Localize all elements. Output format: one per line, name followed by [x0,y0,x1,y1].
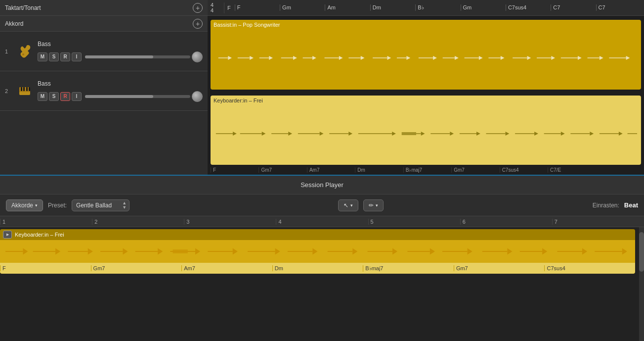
svg-marker-97 [392,248,397,255]
chord-label-8: C7 [596,4,641,11]
svg-marker-89 [233,248,238,255]
track-1-number: 1 [5,49,12,54]
svg-rect-5 [26,87,28,91]
bottom-chord-4: B♭maj7 [403,167,451,173]
beat-label: Beat [624,201,638,209]
track-1-wave-svg [214,51,638,65]
chord-label-2: Am [325,4,370,11]
akkorde-dropdown[interactable]: Akkorde ▾ [6,199,43,211]
track-2-input-button[interactable]: I [72,92,82,101]
track-2-waveform [211,96,641,165]
svg-marker-36 [551,56,555,60]
preset-wrapper: Gentle Ballad Pop Songwriter ▲ ▼ [72,199,129,211]
key-label: F [227,5,231,11]
track-2-title: Keyboarder:in – Frei [214,97,263,103]
akkorde-label: Akkorde [11,202,33,209]
session-player-header: Session Player [0,176,644,195]
track-2-mute-button[interactable]: M [38,92,47,101]
svg-point-0 [22,53,24,55]
bottom-chord-5: Gm7 [451,167,499,173]
session-player-label: Session Player [301,181,343,189]
svg-marker-105 [542,248,547,255]
track-1-solo-button[interactable]: S [49,52,59,61]
track-1-controls: Bass M S R I [38,41,203,62]
chord-label-5: Gm [461,4,506,11]
akkord-add-button[interactable]: + [193,19,203,29]
session-track-title: Keyboarder:in – Frei [15,232,64,238]
track-1-name: Bass [38,41,203,48]
chord-label-4: B♭ [415,4,460,11]
track-1-input-button[interactable]: I [72,52,82,61]
svg-marker-93 [312,248,317,255]
svg-marker-107 [582,248,587,255]
cursor-icon: ↖ [343,202,348,209]
track-2-solo-button[interactable]: S [49,92,59,101]
track-2-wave-svg [214,127,638,141]
scrollbar-thumb[interactable] [639,232,644,272]
tracks-area: Bassist:in – Pop Songwriter [208,16,644,175]
session-track-block[interactable]: ▶ Keyboarder:in – Frei [0,229,635,274]
right-panel: 4 4 F F Gm Am Dm B♭ Gm C7sus4 C7 C7 Bass… [208,0,644,175]
measure-2: 2 [92,219,184,225]
svg-marker-34 [527,56,531,60]
bottom-chord-0: F [211,167,258,173]
akkorde-chevron-icon: ▾ [35,203,38,208]
session-chord-2: Am7 [181,265,272,271]
chord-label-1: Gm [280,4,325,11]
cursor-tool-button[interactable]: ↖ ▾ [338,199,358,211]
session-track-container: ▶ Keyboarder:in – Frei [0,227,644,341]
track-block-1[interactable]: Bassist:in – Pop Songwriter [211,20,641,90]
measure-6: 6 [460,219,552,225]
pencil-tool-button[interactable]: ✏ ▾ [363,199,384,211]
svg-marker-22 [387,56,391,60]
measure-3: 3 [184,219,276,225]
track-2-buttons: M S R I [38,91,203,102]
svg-marker-52 [348,132,352,136]
session-chord-3: Dm [272,265,363,271]
svg-marker-99 [430,248,435,255]
svg-marker-83 [158,248,163,255]
track-1-volume-knob[interactable] [192,51,203,62]
taktart-label: Taktart/Tonart [5,4,41,11]
track-2-record-button[interactable]: R [60,92,70,101]
svg-marker-32 [501,56,505,60]
cursor-chevron-icon: ▾ [350,203,353,208]
bottom-chord-1: Gm7 [258,167,306,173]
track-row-2: 2 Bass M S R I [0,71,208,111]
measure-1: 1 [0,219,92,225]
measure-5: 5 [368,219,460,225]
session-track-label-bar: ▶ Keyboarder:in – Frei [0,229,635,240]
svg-marker-103 [507,248,512,255]
chord-label-6: C7sus4 [506,4,551,11]
left-panel-empty [0,111,208,175]
track-1-mute-button[interactable]: M [38,52,47,61]
track-2-name: Bass [38,80,203,87]
preset-select[interactable]: Gentle Ballad Pop Songwriter [72,199,129,211]
session-chord-row: F Gm7 Am7 Dm B♭maj7 Gm7 C7sus4 [0,263,635,274]
session-chord-4: B♭maj7 [363,265,454,272]
measure-4: 4 [276,219,368,225]
bottom-chord-3: Dm [355,167,403,173]
pencil-icon: ✏ [369,202,374,209]
svg-marker-44 [233,132,237,136]
track-2-volume-knob[interactable] [192,91,203,102]
svg-marker-24 [406,56,410,60]
track-1-volume-slider[interactable] [85,55,190,58]
chord-label-7: C7 [551,4,596,11]
track-block-2[interactable]: Keyboarder:in – Frei [211,96,641,165]
svg-marker-64 [506,132,510,136]
track-1-buttons: M S R I [38,51,203,62]
session-play-button[interactable]: ▶ [3,231,12,239]
track-1-record-button[interactable]: R [60,52,70,61]
svg-marker-30 [479,56,483,60]
svg-marker-10 [250,56,254,60]
guitar-icon [17,44,33,59]
track-2-volume-slider[interactable] [85,95,190,98]
svg-marker-12 [269,56,273,60]
top-section: Taktart/Tonart + Akkord + 1 Bass M S [0,0,644,176]
taktart-add-button[interactable]: + [193,3,203,13]
vertical-scrollbar[interactable] [639,227,644,341]
svg-marker-16 [312,56,316,60]
session-waveform-area [0,240,635,263]
chord-labels: F Gm Am Dm B♭ Gm C7sus4 C7 C7 [235,4,641,11]
